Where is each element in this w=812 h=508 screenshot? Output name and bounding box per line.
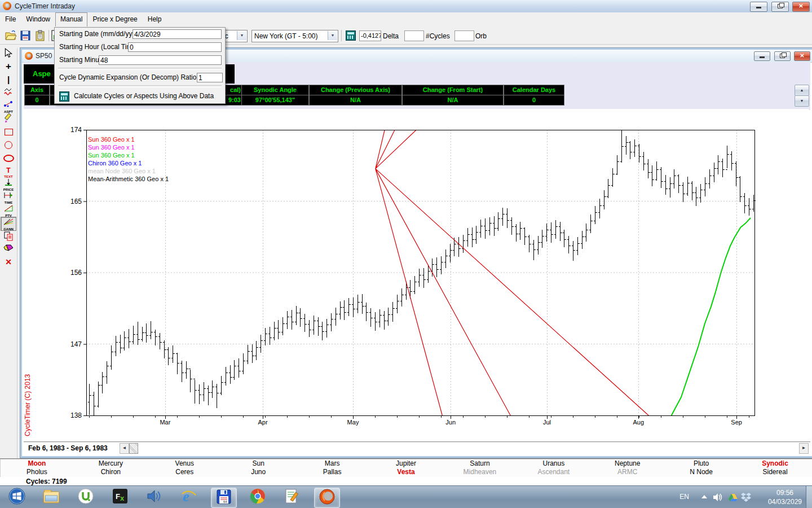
vline-tool-icon[interactable]: | [1, 74, 16, 87]
planet-top-label: Mercury [74, 459, 148, 468]
google-drive-icon[interactable] [729, 493, 738, 501]
ptv-tool-icon[interactable]: PTV [1, 204, 16, 217]
pencil-tool-icon[interactable] [1, 113, 16, 126]
volume-icon[interactable] [713, 493, 723, 502]
eraser-tool-icon[interactable] [1, 244, 16, 257]
gann-tool-icon[interactable]: GANN [1, 217, 16, 231]
taskbar-fx-icon[interactable]: Fx [108, 488, 133, 507]
menu-ratio-input[interactable] [197, 73, 223, 82]
menu-item-help[interactable]: Help [143, 12, 167, 26]
scroll-left-icon[interactable]: ◄ [120, 443, 129, 454]
menu-field-row[interactable]: Starting Hour (Local Time): [55, 41, 225, 54]
legend-entry: Sun 360 Geo x 1 [88, 136, 135, 143]
status-bar: Cycles: 7199 [0, 477, 812, 486]
ellipse-tool-icon[interactable] [1, 152, 16, 165]
app-title-bar: CycleTimer Intraday ✕ [0, 0, 812, 13]
timezone-combo[interactable]: New York (GT - 5:00) ▼ [251, 30, 338, 42]
text-tool-icon[interactable]: TTEXT [1, 165, 16, 178]
restore-button[interactable] [771, 2, 789, 12]
circle-tool-icon[interactable] [1, 139, 16, 152]
planet-column-venus[interactable]: VenusCeres [148, 459, 222, 477]
taskbar-floppy64-icon[interactable]: 64 [211, 488, 237, 508]
menu-bar: FileWindowManualPrice x DegreeHelp [0, 12, 812, 28]
legend-entry: Mean-Arithmetic 360 Geo x 1 [88, 176, 169, 182]
delete-tool-icon[interactable]: ✕ [1, 257, 16, 270]
table-scroll-down-button[interactable]: ▼ [795, 95, 809, 107]
aspect-tool-icon[interactable]: ASPT [1, 100, 16, 113]
paste-icon[interactable] [34, 29, 46, 42]
planet-column-sun[interactable]: SunJuno [222, 459, 295, 477]
calculator-icon[interactable] [346, 30, 356, 41]
crosshair-tool-icon[interactable]: + [1, 61, 16, 74]
chevron-down-icon[interactable]: ▼ [237, 31, 246, 40]
menu-ratio-row[interactable]: Cycle Dynamic Expansion (Or Decomp) Rati… [55, 71, 225, 84]
x-axis-label: Jul [543, 419, 551, 426]
child-minimize-button[interactable] [754, 51, 770, 61]
planet-column-pluto[interactable]: PlutoN Node [664, 459, 738, 477]
minimize-button[interactable] [750, 2, 767, 12]
taskbar-explorer-icon[interactable] [39, 488, 64, 507]
taskbar-volume-icon[interactable] [142, 488, 167, 507]
save-icon[interactable] [19, 29, 32, 42]
table-scroll-up-button[interactable]: ▲ [795, 85, 809, 96]
time-tool-icon[interactable]: TIME [1, 191, 16, 204]
menu-item-window[interactable]: Window [21, 12, 55, 26]
scroll-right-icon[interactable]: ► [799, 443, 809, 454]
close-button[interactable]: ✕ [792, 2, 810, 12]
show-desktop-button[interactable] [806, 486, 812, 508]
orb-input[interactable] [454, 30, 474, 41]
taskbar-cycletimer-icon[interactable] [314, 488, 340, 508]
language-indicator[interactable]: EN [679, 493, 689, 501]
rect-tool-icon[interactable] [1, 126, 16, 139]
pointer-tool-icon[interactable] [1, 48, 16, 61]
planet-column-neptune[interactable]: NeptuneARMC [590, 459, 664, 477]
planet-column-mars[interactable]: MarsPallas [295, 459, 369, 477]
chevron-down-icon[interactable]: ▼ [328, 31, 337, 40]
taskbar-utorrent-icon[interactable] [73, 488, 98, 507]
copy-tool-icon[interactable] [1, 231, 16, 244]
menu-field-row[interactable]: Starting Date (mm/dd/yyyy): [55, 28, 225, 41]
svg-text:F: F [116, 492, 120, 501]
price-tool-icon[interactable]: PRICE [1, 178, 16, 191]
menu-field-input[interactable] [133, 29, 222, 39]
planet-column-saturn[interactable]: SaturnMidheaven [443, 459, 517, 477]
taskbar-chrome-icon[interactable] [245, 488, 270, 507]
num-cycles-input[interactable] [404, 30, 424, 41]
planet-column-jupiter[interactable]: JupiterVesta [369, 459, 443, 477]
menu-item-calculate[interactable]: Calculate Cycles or Aspects Using Above … [55, 89, 225, 103]
menu-field-row[interactable]: Starting Minute: [55, 54, 225, 67]
open-file-icon[interactable] [5, 29, 17, 42]
scrollbar-thumb[interactable] [129, 443, 138, 454]
taskbar-ie-icon[interactable]: e [176, 488, 201, 507]
taskbar-start-icon[interactable] [5, 488, 29, 507]
taskbar-editor-icon[interactable] [280, 488, 304, 507]
planet-column-uranus[interactable]: UranusAscendant [517, 459, 590, 477]
date-range-label: Feb 6, 1983 - Sep 6, 1983 [28, 444, 108, 452]
menu-item-manual[interactable]: Manual [55, 12, 87, 27]
planet-column-moon[interactable]: MoonPholus [0, 459, 74, 477]
planet-column-synodic[interactable]: SynodicSidereal [738, 459, 812, 477]
legend-entry: mean Node 360 Geo x 1 [88, 168, 156, 174]
menu-field-input[interactable] [99, 55, 222, 65]
planet-bottom-label: Vesta [369, 468, 443, 477]
menu-item-price-x-degree[interactable]: Price x Degree [87, 12, 142, 26]
menu-separator [58, 85, 222, 87]
child-close-button[interactable]: ✕ [794, 51, 810, 61]
wave-tool-icon[interactable] [1, 87, 16, 100]
taskbar-clock[interactable]: 09:56 04/03/2029 [768, 488, 802, 506]
menu-field-input[interactable] [128, 42, 222, 52]
dropbox-icon[interactable] [741, 493, 751, 502]
tray-expand-icon[interactable] [701, 495, 707, 498]
cycles-count: Cycles: 7199 [26, 478, 67, 485]
delta-input[interactable]: -0,4127 [359, 30, 381, 41]
x-axis-label: Apr [258, 419, 268, 426]
menu-field-label: Starting Date (mm/dd/yyyy): [59, 30, 143, 38]
planet-bottom-label: Juno [222, 468, 295, 477]
cell-axis: 0 [24, 95, 50, 106]
desktop: CycleTimer Intraday ✕ FileWindowManualPr… [0, 0, 812, 508]
child-maximize-button[interactable] [774, 51, 791, 61]
toolbar-separator [48, 30, 49, 41]
planet-column-mercury[interactable]: MercuryChiron [74, 459, 148, 477]
menu-item-file[interactable]: File [0, 12, 21, 26]
planet-top-label: Sun [222, 459, 295, 468]
